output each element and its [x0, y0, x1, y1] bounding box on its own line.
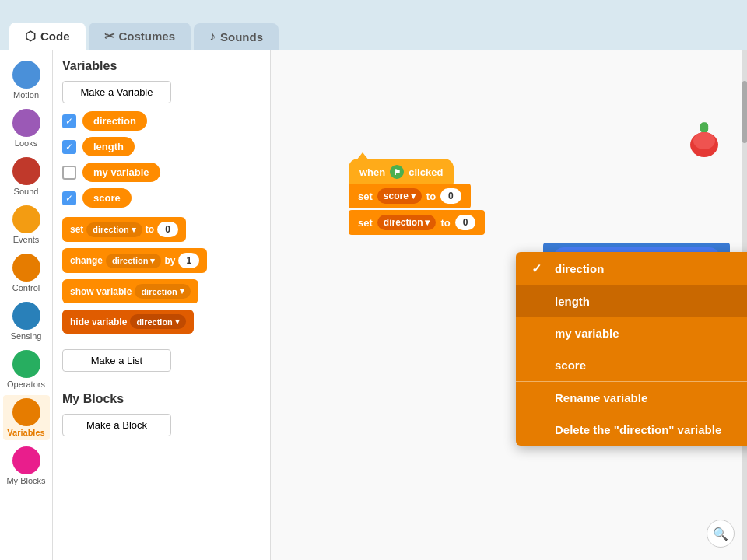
set-direction-block[interactable]: set direction ▾ to 0 — [62, 217, 186, 242]
to-label3: to — [440, 217, 450, 229]
var-row-direction: direction — [62, 111, 261, 131]
sidebar-label-myblocks: My Blocks — [6, 476, 45, 485]
sidebar-label-control: Control — [12, 283, 40, 292]
var-pill-score[interactable]: score — [82, 188, 132, 208]
show-label: show variable — [70, 286, 132, 297]
direction-dropdown[interactable]: direction ▾ — [86, 222, 142, 237]
when-label: when — [359, 166, 385, 178]
direction-value[interactable]: 0 — [157, 222, 178, 237]
motion-dot — [12, 61, 40, 89]
zoom-icon: 🔍 — [713, 527, 728, 541]
green-flag-icon: ⚑ — [390, 165, 404, 179]
show-direction-dropdown[interactable]: direction ▾ — [135, 284, 190, 299]
block-change-direction: change direction ▾ by 1 — [62, 248, 261, 273]
score-value[interactable]: 0 — [440, 188, 461, 204]
myblocks-title: My Blocks — [62, 392, 261, 406]
change-label: change — [70, 255, 103, 266]
var-pill-myvariable[interactable]: my variable — [82, 163, 160, 182]
sidebar-item-events[interactable]: Events — [3, 202, 50, 247]
block-show-variable: show variable direction ▾ — [62, 279, 261, 303]
checkbox-direction[interactable] — [62, 114, 76, 128]
hide-label: hide variable — [70, 317, 127, 327]
looks-dot — [12, 109, 40, 137]
dropdown-item-rename[interactable]: Rename variable — [516, 381, 747, 414]
var-row-myvariable: my variable — [62, 163, 261, 182]
change-direction-block[interactable]: change direction ▾ by 1 — [62, 248, 207, 273]
set-direction-canvas-block[interactable]: set direction ▾ to 0 — [349, 210, 485, 235]
score-arrow: ▾ — [411, 191, 416, 201]
sidebar-item-operators[interactable]: Operators — [3, 347, 50, 392]
myblocks-dot — [12, 446, 40, 474]
sidebar-label-looks: Looks — [15, 138, 37, 148]
sidebar-item-looks[interactable]: Looks — [3, 106, 50, 151]
block-hide-variable: hide variable direction ▾ — [62, 310, 261, 334]
var-pill-direction[interactable]: direction — [82, 111, 147, 131]
sidebar-item-myblocks[interactable]: My Blocks — [3, 443, 50, 488]
dropdown-label-delete: Delete the "direction" variable — [555, 423, 721, 436]
sound-dot — [12, 157, 40, 185]
set-label3: set — [358, 217, 373, 229]
make-list-button[interactable]: Make a List — [62, 349, 171, 372]
dropdown-item-length[interactable]: length — [516, 285, 747, 317]
dropdown-label-myvariable: my variable — [555, 327, 619, 340]
svg-point-1 — [699, 121, 710, 135]
dropdown-arrow: ▾ — [132, 225, 136, 235]
variables-panel: Variables Make a Variable direction leng… — [53, 50, 271, 560]
show-variable-block[interactable]: show variable direction ▾ — [62, 279, 198, 303]
sensing-dot — [12, 302, 40, 330]
sprite-container — [685, 120, 724, 159]
hide-variable-block[interactable]: hide variable direction ▾ — [62, 310, 194, 334]
checkmark-direction: ✓ — [531, 261, 547, 276]
set-label2: set — [358, 191, 373, 202]
dropdown-arrow2: ▾ — [150, 256, 155, 266]
tab-code[interactable]: ⬡ Code — [9, 23, 86, 50]
direction-value2[interactable]: 0 — [455, 215, 476, 230]
sidebar-label-events: Events — [13, 235, 40, 244]
tab-sounds-label: Sounds — [220, 30, 263, 44]
variables-panel-title: Variables — [62, 59, 261, 73]
by-label: by — [164, 255, 175, 266]
sidebar-item-sound[interactable]: Sound — [3, 154, 50, 199]
score-dropdown[interactable]: score ▾ — [377, 188, 422, 204]
sidebar-label-sound: Sound — [14, 187, 39, 196]
tab-costumes-label: Costumes — [119, 30, 176, 43]
costumes-icon: ✂ — [104, 29, 114, 44]
svg-point-3 — [693, 132, 715, 149]
dropdown-item-direction[interactable]: ✓ direction — [516, 252, 747, 285]
checkbox-score[interactable] — [62, 191, 76, 205]
sidebar-item-sensing[interactable]: Sensing — [3, 299, 50, 344]
dropdown-item-myvariable[interactable]: my variable — [516, 317, 747, 349]
operators-dot — [12, 350, 40, 378]
change-direction-dropdown[interactable]: direction ▾ — [106, 254, 161, 268]
tab-sounds[interactable]: ♪ Sounds — [194, 23, 279, 50]
events-dot — [12, 205, 40, 233]
make-variable-button[interactable]: Make a Variable — [62, 81, 171, 103]
var-pill-length[interactable]: length — [82, 137, 135, 156]
checkbox-myvariable[interactable] — [62, 166, 76, 180]
dropdown-label-length: length — [555, 295, 590, 308]
sidebar-item-control[interactable]: Control — [3, 250, 50, 296]
change-by-value[interactable]: 1 — [178, 253, 199, 268]
tab-costumes[interactable]: ✂ Costumes — [89, 23, 191, 50]
make-block-button[interactable]: Make a Block — [62, 414, 171, 436]
sidebar-item-motion[interactable]: Motion — [3, 58, 50, 103]
zoom-button[interactable]: 🔍 — [707, 520, 735, 548]
to-label: to — [146, 224, 154, 235]
dropdown-item-delete[interactable]: Delete the "direction" variable — [516, 414, 747, 446]
clicked-label: clicked — [409, 166, 443, 178]
sidebar: Motion Looks Sound Events Control Sensin… — [0, 50, 53, 560]
sidebar-label-operators: Operators — [7, 380, 45, 389]
sidebar-label-variables: Variables — [7, 428, 44, 437]
set-score-block[interactable]: set score ▾ to 0 — [349, 184, 471, 208]
canvas-area: when ⚑ clicked set score ▾ to 0 set — [271, 50, 747, 560]
sidebar-label-motion: Motion — [13, 90, 39, 100]
scrollbar-thumb[interactable] — [742, 81, 747, 143]
checkbox-length[interactable] — [62, 140, 76, 154]
dropdown-item-score[interactable]: score — [516, 349, 747, 381]
dropdown-label-rename: Rename variable — [555, 391, 647, 404]
when-clicked-block[interactable]: when ⚑ clicked — [349, 159, 454, 185]
hide-direction-dropdown[interactable]: direction ▾ — [130, 314, 185, 329]
top-tabs-container: ⬡ Code ✂ Costumes ♪ Sounds — [0, 0, 747, 50]
direction-dropdown2[interactable]: direction ▾ — [377, 215, 437, 230]
sidebar-item-variables[interactable]: Variables — [3, 395, 50, 440]
